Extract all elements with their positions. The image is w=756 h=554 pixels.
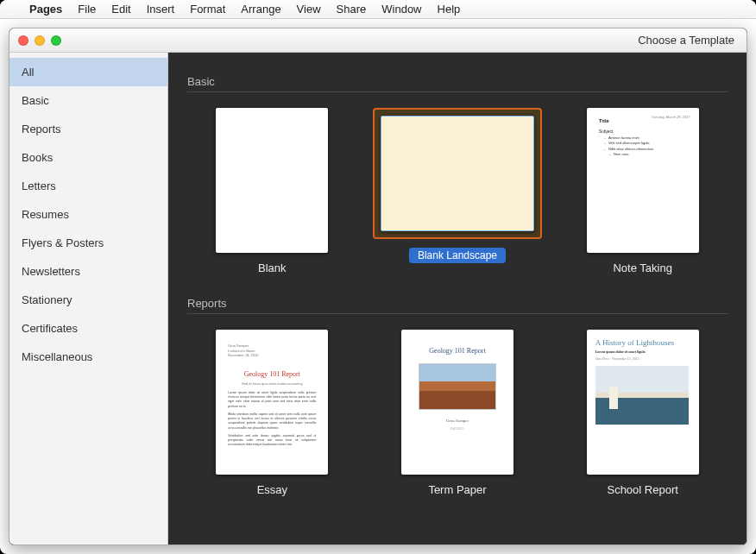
- thumb-bodytext: Lorem ipsum dolor sit amet ligula suspen…: [228, 391, 316, 409]
- minimize-window-button[interactable]: [35, 35, 45, 46]
- traffic-lights: [18, 35, 61, 46]
- section-header-basic: Basic: [187, 75, 728, 88]
- sidebar-item-label: Certificates: [22, 322, 78, 335]
- template-caption: School Report: [607, 483, 677, 496]
- menubar-item-share[interactable]: Share: [337, 3, 367, 16]
- template-blank[interactable]: Blank: [187, 108, 357, 274]
- thumb-title: Geology 101 Report: [228, 370, 316, 378]
- sidebar-item-basic[interactable]: Basic: [9, 86, 167, 115]
- template-thumbnail: Tuesday, March 28, 2017 Title Subject Ae…: [587, 108, 699, 253]
- thumb-bodytext: Morbi interdum mollis sapien sed sit ame…: [228, 412, 316, 431]
- sidebar-item-label: Newsletters: [22, 265, 80, 278]
- thumb-bodytext: Vestibulum sed ante donec sagittis euism…: [228, 434, 316, 448]
- sidebar-item-label: Reports: [22, 123, 61, 135]
- template-caption: Term Paper: [428, 483, 486, 496]
- sidebar-item-letters[interactable]: Letters: [9, 172, 167, 200]
- template-grid-basic: Blank Blank Landscape Tuesday, March 28,…: [187, 108, 728, 274]
- sidebar-item-newsletters[interactable]: Newsletters: [9, 257, 167, 286]
- zoom-window-button[interactable]: [51, 35, 61, 46]
- sidebar-item-reports[interactable]: Reports: [9, 115, 167, 143]
- thumb-date: Tuesday, March 28, 2017: [652, 115, 690, 119]
- thumb-image: [419, 363, 496, 410]
- template-essay[interactable]: Urna Semper Instructor's Name November 1…: [187, 330, 357, 496]
- menubar-item-insert[interactable]: Insert: [147, 3, 175, 16]
- window-titlebar: Choose a Template: [9, 28, 747, 53]
- menubar-item-help[interactable]: Help: [438, 3, 461, 16]
- sidebar-item-stationery[interactable]: Stationery: [9, 286, 167, 314]
- section-header-reports: Reports: [187, 297, 728, 310]
- template-chooser-window: Choose a Template All Basic Reports Book…: [9, 28, 747, 545]
- thumb-image: [595, 366, 689, 425]
- sidebar-item-resumes[interactable]: Resumes: [9, 200, 167, 229]
- close-window-button[interactable]: [18, 35, 28, 46]
- template-thumbnail: A History of Lighthouses Lorem ipsum dol…: [587, 330, 699, 475]
- sidebar-item-label: Resumes: [22, 208, 69, 221]
- menubar-item-format[interactable]: Format: [190, 3, 225, 16]
- template-grid-area: Basic Blank Blank Landscape Tu: [168, 53, 747, 545]
- thumb-subtitle: Lorem ipsum dolor sit amet ligula: [595, 349, 690, 354]
- macos-menubar: Pages File Edit Insert Format Arrange Vi…: [0, 0, 756, 19]
- template-caption: Essay: [257, 483, 287, 496]
- menubar-item-view[interactable]: View: [297, 3, 321, 16]
- thumb-subject: Subject: [599, 129, 687, 134]
- thumb-date: Fall 2015: [412, 426, 503, 431]
- sidebar-item-label: Books: [22, 151, 53, 164]
- template-grid-reports: Urna Semper Instructor's Name November 1…: [187, 330, 728, 496]
- thumb-byline: Tara Price · November 12, 2015: [595, 356, 690, 361]
- sidebar-item-label: Letters: [22, 179, 56, 192]
- thumb-title: Geology 101 Report: [412, 347, 503, 355]
- sidebar-item-miscellaneous[interactable]: Miscellaneous: [9, 343, 167, 371]
- thumb-bullet: Nam urna: [604, 152, 687, 157]
- template-thumbnail: Geology 101 Report Urna Semper Fall 2015: [401, 330, 513, 475]
- template-term-paper[interactable]: Geology 101 Report Urna Semper Fall 2015…: [373, 330, 543, 496]
- sidebar-item-label: Basic: [22, 94, 49, 107]
- menubar-item-file[interactable]: File: [78, 3, 96, 16]
- sidebar-item-label: Stationery: [22, 293, 72, 306]
- template-thumbnail: Urna Semper Instructor's Name November 1…: [216, 330, 328, 475]
- menubar-item-window[interactable]: Window: [381, 3, 421, 16]
- template-note-taking[interactable]: Tuesday, March 28, 2017 Title Subject Ae…: [558, 108, 728, 274]
- menubar-item-edit[interactable]: Edit: [111, 3, 130, 16]
- template-caption: Note Taking: [613, 261, 671, 274]
- thumb-author: Urna Semper: [412, 419, 503, 423]
- divider: [187, 313, 728, 314]
- template-thumbnail: [216, 108, 328, 253]
- sidebar-item-label: All: [22, 66, 34, 79]
- template-caption: Blank: [258, 261, 287, 274]
- divider: [187, 91, 728, 92]
- sidebar-item-label: Miscellaneous: [22, 350, 92, 363]
- template-school-report[interactable]: A History of Lighthouses Lorem ipsum dol…: [558, 330, 728, 496]
- sidebar-item-all[interactable]: All: [9, 58, 167, 86]
- sidebar-item-certificates[interactable]: Certificates: [9, 314, 167, 343]
- sidebar-item-label: Flyers & Posters: [22, 236, 104, 249]
- thumb-subtitle: Sed et lacus quis enim mattis nonummy: [228, 381, 316, 386]
- window-title: Choose a Template: [638, 34, 734, 47]
- template-thumbnail: [381, 116, 534, 231]
- thumb-meta: November 13, 2015: [228, 353, 316, 358]
- template-caption: Blank Landscape: [409, 248, 506, 263]
- template-blank-landscape[interactable]: Blank Landscape: [373, 108, 543, 274]
- thumb-title: A History of Lighthouses: [595, 338, 690, 347]
- sidebar-item-books[interactable]: Books: [9, 143, 167, 172]
- menubar-app-name[interactable]: Pages: [29, 3, 62, 16]
- template-category-sidebar: All Basic Reports Books Letters Resumes …: [9, 53, 168, 545]
- menubar-item-arrange[interactable]: Arrange: [241, 3, 280, 16]
- sidebar-item-flyers[interactable]: Flyers & Posters: [9, 229, 167, 257]
